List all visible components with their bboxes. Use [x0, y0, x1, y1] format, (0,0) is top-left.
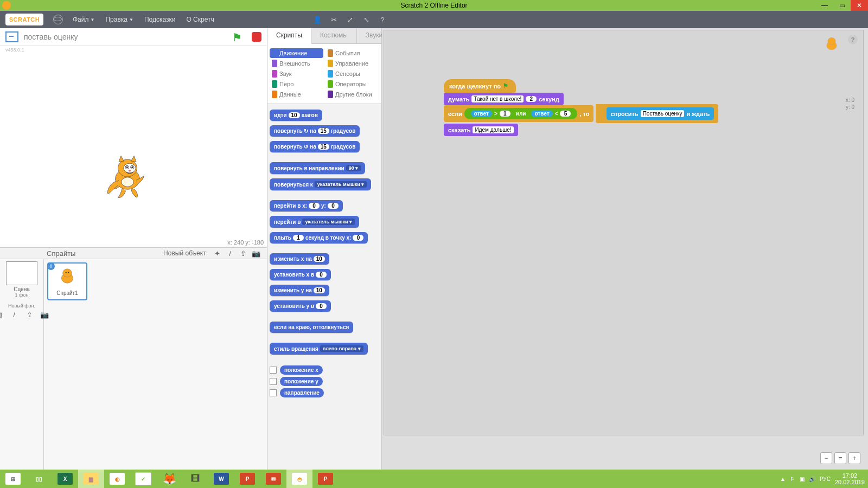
svg-point-10 [122, 177, 133, 187]
block-glide[interactable]: плыть1секунд в точку x:0 [270, 232, 368, 243]
reporter-direction[interactable]: направление [280, 388, 324, 397]
zoom-out-button[interactable]: − [820, 452, 832, 464]
window-maximize-button[interactable]: ▭ [833, 0, 851, 11]
block-when-flag[interactable]: когда щелкнут по⚑ [444, 79, 516, 93]
fullscreen-icon[interactable] [5, 31, 18, 42]
block-if[interactable]: если ответ>1 или ответ<5 , то [444, 105, 593, 122]
chk-ypos[interactable] [270, 378, 277, 385]
stage-coords: x: 240 y: -180 [227, 239, 264, 246]
sprite-info-button[interactable]: i [47, 262, 55, 270]
backdrop-library-icon[interactable]: ▧ [0, 310, 4, 319]
reporter-ypos[interactable]: положение y [280, 377, 323, 386]
block-goto[interactable]: перейти вуказатель мышки ▾ [270, 216, 359, 228]
tb-ppt1[interactable]: P [234, 470, 260, 488]
zoom-reset-button[interactable]: = [834, 452, 846, 464]
cat-more[interactable]: Другие блоки [326, 89, 379, 99]
sprite-library-icon[interactable]: ✦ [212, 249, 222, 258]
window-minimize-button[interactable]: — [816, 0, 833, 11]
cat-looks[interactable]: Внешность [270, 59, 323, 68]
tb-start[interactable]: ⊞ [0, 470, 26, 488]
if-body[interactable]: спроситьПоставь оценкуи ждать [596, 104, 719, 123]
tb-explorer[interactable]: ▆ [78, 470, 104, 488]
globe-icon[interactable] [53, 15, 63, 24]
block-say[interactable]: сказатьИдем дальше! [444, 124, 518, 136]
tray-flag-icon[interactable]: 🏳 [790, 476, 795, 482]
menu-bar: SCRATCH Файл▼ Правка▼ Подсказки О Скретч… [0, 11, 868, 28]
window-close-button[interactable]: ✕ [851, 0, 868, 11]
tb-word[interactable]: W [208, 470, 234, 488]
scene-thumbnail[interactable] [6, 261, 37, 285]
cat-control[interactable]: Управление [326, 59, 379, 68]
tb-blender[interactable]: ◐ [104, 470, 130, 488]
stage-canvas[interactable]: v458.0.1 x: 240 y: -180 [0, 46, 267, 247]
op-gt[interactable]: ответ>1 [468, 109, 514, 118]
script-canvas[interactable]: ? x: 0y: 0 когда щелкнут по⚑ думатьТакой… [384, 30, 864, 435]
grow-icon[interactable]: ⤢ [345, 15, 355, 24]
script-stack[interactable]: когда щелкнут по⚑ думатьТакой нет в школ… [444, 79, 718, 136]
paint-backdrop-icon[interactable]: / [9, 310, 19, 319]
op-or[interactable]: ответ>1 или ответ<5 [464, 108, 578, 119]
block-think[interactable]: думатьТакой нет в школе!2секунд [444, 93, 564, 105]
cat-sensing[interactable]: Сенсоры [326, 69, 379, 79]
script-help-button[interactable]: ? [848, 35, 858, 44]
camera-sprite-icon[interactable]: 📷 [251, 249, 261, 258]
tray-up-icon[interactable]: ▲ [780, 476, 786, 482]
paint-sprite-icon[interactable]: / [225, 249, 235, 258]
tb-media[interactable]: 🎞 [182, 470, 208, 488]
zoom-in-button[interactable]: + [848, 452, 860, 464]
crosshair-icon[interactable]: ✂ [329, 15, 339, 24]
cat-motion[interactable]: Движение [270, 48, 323, 58]
cat-pen[interactable]: Перо [270, 79, 323, 89]
block-ask[interactable]: спроситьПоставь оценкуи ждать [607, 107, 714, 120]
upload-sprite-icon[interactable]: ⇪ [238, 249, 248, 258]
tray-clock[interactable]: 17:0220.02.2019 [835, 472, 865, 485]
tray-action-icon[interactable]: ▣ [800, 476, 805, 482]
tb-onenote[interactable]: ✓ [130, 470, 156, 488]
block-goto-xy[interactable]: перейти в x:0y:0 [270, 200, 343, 211]
menu-about[interactable]: О Скретч [181, 16, 219, 23]
tab-scripts[interactable]: Скрипты [267, 28, 311, 44]
menu-tips[interactable]: Подсказки [139, 16, 181, 23]
script-area[interactable]: ? x: 0y: 0 когда щелкнут по⚑ думатьТакой… [382, 28, 868, 470]
cat-sound[interactable]: Звук [270, 69, 323, 79]
menu-edit[interactable]: Правка▼ [100, 16, 138, 23]
upload-backdrop-icon[interactable]: ⇪ [24, 310, 34, 319]
cat-operators[interactable]: Операторы [326, 79, 379, 89]
block-move-steps[interactable]: идти10шагов [270, 110, 322, 121]
sprite-cat[interactable] [106, 155, 149, 203]
shrink-icon[interactable]: ⤡ [361, 15, 371, 24]
block-rotation-style[interactable]: стиль вращениявлево-вправо ▾ [270, 343, 368, 355]
block-turn-cw[interactable]: повернуть ↻ на15градусов [270, 125, 360, 137]
scene-label: Сцена [14, 286, 29, 292]
cat-events[interactable]: События [326, 48, 379, 58]
block-change-x[interactable]: изменить x на10 [270, 253, 329, 265]
tb-taskview[interactable]: ▯▯ [26, 470, 52, 488]
tb-firefox[interactable]: 🦊 [156, 470, 182, 488]
tb-excel[interactable]: X [52, 470, 78, 488]
reporter-xpos[interactable]: положение x [280, 365, 323, 375]
block-change-y[interactable]: изменить y на10 [270, 285, 329, 296]
tray-volume-icon[interactable]: 🔊 [809, 476, 815, 482]
stamp-icon[interactable]: 👤 [312, 15, 322, 24]
green-flag-button[interactable]: ⚑ [232, 31, 244, 43]
op-lt[interactable]: ответ<5 [528, 109, 574, 118]
block-bounce[interactable]: если на краю, оттолкнуться [270, 322, 353, 333]
block-turn-ccw[interactable]: повернуть ↺ на15градусов [270, 141, 360, 152]
block-set-x[interactable]: установить x в0 [270, 269, 331, 280]
tab-costumes[interactable]: Костюмы [311, 28, 357, 43]
block-point-towards[interactable]: повернуться куказатель мышки ▾ [270, 178, 371, 190]
chk-direction[interactable] [270, 389, 277, 396]
block-set-y[interactable]: установить y в0 [270, 300, 331, 312]
tb-scratch[interactable]: ◓ [286, 470, 312, 488]
tb-mail[interactable]: ✉ [260, 470, 286, 488]
block-point-direction[interactable]: повернуть в направлении90 ▾ [270, 162, 365, 174]
cat-data[interactable]: Данные [270, 89, 323, 99]
scratch-logo[interactable]: SCRATCH [5, 14, 43, 25]
menu-file[interactable]: Файл▼ [67, 16, 100, 23]
tray-lang[interactable]: РУС [820, 476, 831, 482]
tb-ppt2[interactable]: P [312, 470, 339, 488]
help-icon[interactable]: ? [378, 15, 387, 24]
stop-button[interactable] [252, 32, 261, 42]
chk-xpos[interactable] [270, 367, 277, 374]
sprite-thumbnail[interactable]: i Спрайт1 [47, 262, 87, 300]
